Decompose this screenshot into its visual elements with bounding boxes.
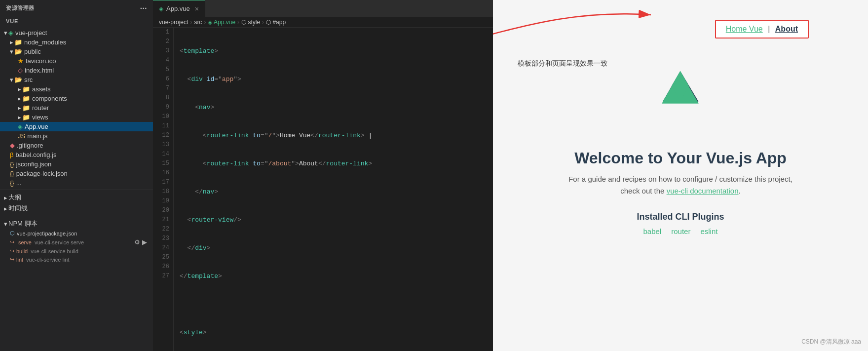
timeline-label: 时间线	[8, 204, 153, 213]
code-line-3: <nav>	[180, 103, 487, 112]
sidebar-item-gitignore[interactable]: ◆ .gitignore	[0, 141, 153, 150]
npm-script-build[interactable]: ↪ build vue-cli-service build	[0, 247, 153, 255]
code-line-4: <router-link to="/">Home Vue</router-lin…	[180, 131, 487, 140]
vue-file-icon: ◈	[18, 123, 23, 130]
sidebar-item-package-json[interactable]: {} ...	[0, 178, 153, 188]
sidebar-timeline-section[interactable]: ▸ 时间线	[0, 203, 153, 214]
sidebar-more-button[interactable]: ···	[140, 4, 147, 12]
sidebar-outline-section[interactable]: ▸ 大纲	[0, 192, 153, 203]
sidebar-item-public[interactable]: ▾ 📂 public	[0, 47, 153, 56]
folder-icon: 📁	[14, 39, 22, 46]
vue-cli-link[interactable]: vue-cli documentation	[667, 187, 739, 195]
favicon-icon: ★	[18, 57, 24, 65]
plugin-router-link[interactable]: router	[671, 227, 690, 235]
sidebar-item-jsconfig[interactable]: {} jsconfig.json	[0, 159, 153, 169]
tab-app-vue[interactable]: ◈ App.vue ×	[153, 0, 205, 17]
sidebar-item-label: jsconfig.json	[16, 160, 153, 168]
npm-script-lint[interactable]: ↪ lint vue-cli-service lint	[0, 255, 153, 264]
sidebar-item-label: router	[32, 104, 153, 112]
chevron-down-icon: ▾	[4, 220, 7, 228]
sidebar-npm-section[interactable]: ▾ NPM 脚本	[0, 218, 153, 229]
chevron-right-icon: ▸	[18, 104, 21, 112]
plugin-babel-link[interactable]: babel	[643, 227, 662, 235]
chevron-right-icon: ▸	[18, 95, 21, 102]
npm-package-name: vue-project\package.json	[17, 231, 77, 236]
code-line-1: <template>	[180, 46, 487, 56]
vue-tab-icon: ◈	[159, 5, 163, 12]
bc-project: vue-project	[159, 19, 188, 26]
tab-close-button[interactable]: ×	[195, 5, 199, 13]
breadcrumb: vue-project › src › ◈ App.vue › ⬡ style …	[153, 17, 493, 28]
sidebar-item-index-html[interactable]: ◇ index.html	[0, 66, 153, 75]
sidebar-item-main-js[interactable]: JS main.js	[0, 131, 153, 141]
npm-serve-cmd: vue-cli-service serve	[35, 239, 84, 245]
folder-icon: 📁	[22, 95, 30, 102]
npm-lint-label: lint	[16, 257, 23, 263]
json-icon: {}	[10, 160, 14, 168]
npm-build-label: build	[16, 248, 28, 254]
sidebar-item-assets[interactable]: ▸ 📁 assets	[0, 84, 153, 94]
chevron-down-icon: ▾	[10, 76, 13, 83]
sidebar-item-package-lock[interactable]: {} package-lock.json	[0, 169, 153, 178]
run-icon[interactable]: ▶	[142, 238, 147, 246]
preview-nav-box: Home Vue | About	[715, 20, 809, 39]
preview-title: Welcome to Your Vue.js App	[574, 149, 787, 167]
sidebar-item-src[interactable]: ▾ 📂 src	[0, 75, 153, 84]
serve-icon: ↪	[10, 239, 14, 245]
chevron-down-icon: ▾	[10, 48, 13, 55]
sidebar-item-label: public	[24, 48, 153, 55]
code-line-9: </template>	[180, 272, 487, 281]
npm-label: NPM 脚本	[8, 219, 153, 228]
sidebar-item-label: .gitignore	[17, 142, 153, 149]
bc-app-vue: ◈ App.vue	[208, 19, 235, 26]
sidebar-item-app-vue[interactable]: ◈ App.vue	[0, 122, 153, 131]
nav-home-link[interactable]: Home Vue	[726, 25, 763, 33]
sidebar-item-components[interactable]: ▸ 📁 components	[0, 94, 153, 103]
annotation-text: 模板部分和页面呈现效果一致	[518, 59, 607, 68]
plugins-section: Installed CLI Plugins babel router eslin…	[637, 212, 724, 235]
watermark: CSDN @清风微凉 aaa	[801, 338, 861, 346]
settings-icon[interactable]: ⚙	[134, 238, 140, 246]
editor-panel: ◈ App.vue × vue-project › src › ◈ App.vu…	[153, 0, 493, 351]
sidebar-item-label: favicon.ico	[26, 57, 153, 65]
sidebar-item-label: ...	[16, 179, 153, 187]
code-line-5: <router-link to="/about">About</router-l…	[180, 159, 487, 168]
sidebar-item-label: views	[32, 114, 153, 121]
babel-icon: β	[10, 151, 13, 158]
npm-serve-label: serve	[18, 239, 32, 245]
sidebar-item-babel-config[interactable]: β babel.config.js	[0, 150, 153, 159]
code-line-10	[180, 300, 487, 309]
json-icon: {}	[10, 170, 14, 177]
npm-package-item[interactable]: ⬡ vue-project\package.json	[0, 229, 153, 237]
sidebar-item-vue-project[interactable]: ▾ ◈ vue-project	[0, 28, 153, 38]
preview-desc: For a guide and recipes on how to config…	[568, 173, 793, 197]
sidebar-item-node-modules[interactable]: ▸ 📁 node_modules	[0, 38, 153, 47]
sidebar-item-router[interactable]: ▸ 📁 router	[0, 103, 153, 113]
sidebar-item-label: assets	[32, 85, 153, 93]
sidebar-item-label: package-lock.json	[16, 170, 153, 177]
plugins-title: Installed CLI Plugins	[637, 212, 724, 222]
code-line-7: <router-view/>	[180, 215, 487, 225]
npm-script-serve[interactable]: ↪ serve vue-cli-service serve ⚙ ▶	[0, 237, 153, 247]
chevron-right-icon: ▸	[4, 194, 7, 201]
code-content[interactable]: <template> <div id="app"> <nav> <router-…	[174, 28, 493, 351]
sidebar-item-label: src	[24, 76, 153, 83]
sidebar-item-views[interactable]: ▸ 📁 views	[0, 113, 153, 122]
desc-line2: check out the	[620, 187, 664, 195]
code-editor[interactable]: 12345 678910 1112131415 1617181920 21222…	[153, 28, 493, 351]
plugin-links: babel router eslint	[637, 227, 724, 235]
sidebar-item-label: components	[32, 95, 153, 102]
npm-lint-cmd: vue-cli-service lint	[26, 257, 69, 263]
lint-icon: ↪	[10, 256, 14, 263]
wrench-icon: ↪	[10, 248, 14, 254]
folder-icon: 📁	[22, 104, 30, 112]
sidebar-item-label: App.vue	[25, 123, 153, 130]
js-icon: JS	[18, 132, 25, 140]
nav-about-link[interactable]: About	[775, 25, 798, 33]
code-line-8: </div>	[180, 243, 487, 253]
sidebar-item-label: vue-project	[15, 29, 153, 37]
sidebar-item-favicon[interactable]: ★ favicon.ico	[0, 56, 153, 66]
sidebar-title: 资源管理器	[6, 4, 35, 12]
plugin-eslint-link[interactable]: eslint	[700, 227, 717, 235]
chevron-right-icon: ▸	[18, 85, 21, 93]
